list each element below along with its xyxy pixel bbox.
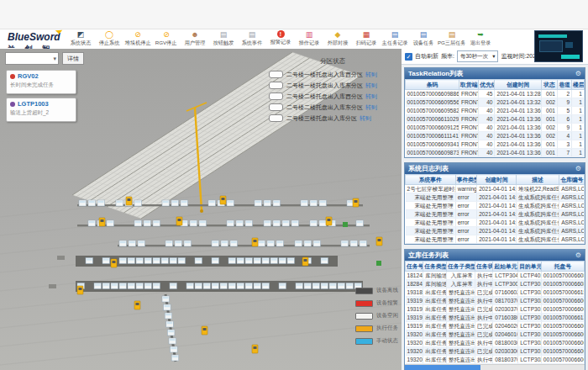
panel-table: 任务号任务类型任务子类型任务状态起始单元目的单元托盘号1812454库间输送任务… bbox=[405, 261, 585, 364]
table-row[interactable]: 00100570006609341256FRONT402021-04-01 13… bbox=[406, 140, 585, 149]
zone-goto-link[interactable]: 转到 bbox=[360, 114, 371, 123]
toolbar-item-system-status[interactable]: ◩系统状态 bbox=[66, 30, 95, 49]
auto-refresh-checkbox[interactable]: ✓ bbox=[405, 53, 412, 61]
column-header[interactable]: 楼层 bbox=[572, 80, 585, 90]
zone-toggle[interactable] bbox=[269, 71, 283, 78]
table-row[interactable]: 1931891出库任务整托直连出库已完成0716060208LCTP302000… bbox=[406, 288, 585, 297]
zone-row: 二号楼一楼托盘出入库西分区转到 bbox=[269, 69, 396, 80]
table-row[interactable]: 1932025出库任务整托直连出库已完成0204601062LCTP301600… bbox=[406, 330, 585, 339]
table-row[interactable]: 00100570006609556770FRONT402021-04-01 13… bbox=[406, 98, 585, 107]
column-header[interactable]: 系统事件 bbox=[406, 175, 456, 185]
table-row[interactable]: 00100570006611029457FRONT402021-04-01 13… bbox=[406, 115, 585, 124]
toolbar-item-user-management[interactable]: ☻用户管理 bbox=[181, 30, 209, 49]
zone-toggle[interactable] bbox=[269, 103, 283, 111]
toolbar-item-button-trigger[interactable]: ▤按钮触发 bbox=[209, 30, 238, 49]
system-status-icon: ◩ bbox=[77, 30, 85, 39]
column-header[interactable]: 事件类型 bbox=[455, 175, 477, 185]
toolbar-item-pg-tasks[interactable]: ▤PG三层任务 bbox=[438, 30, 466, 49]
device-alert-card[interactable]: RGV02长时间未完成任务 bbox=[6, 70, 76, 94]
table-row[interactable]: 00100570006609886219FRONT452021-04-01 13… bbox=[406, 90, 585, 98]
panel-title-bar: TaskRelation列表⚙ bbox=[405, 68, 585, 79]
table-row[interactable]: 00100570006611141140FRONT402021-04-01 13… bbox=[406, 132, 585, 140]
column-header[interactable]: 优先级 bbox=[479, 80, 495, 90]
zone-goto-link[interactable]: 转到 bbox=[365, 71, 377, 79]
scrollbar-thumb[interactable] bbox=[405, 365, 480, 370]
table-cell: 1931956 bbox=[406, 305, 423, 314]
toolbar-item-stacker-stop[interactable]: ⊘堆垛机停止 bbox=[123, 30, 152, 49]
table-row[interactable]: 00100570006609125123FRONT402021-04-01 13… bbox=[406, 124, 585, 132]
zone-toggle[interactable] bbox=[269, 82, 283, 89]
table-row[interactable]: 1931958出库任务整托直连出库执行中0716038042LCTP301800… bbox=[406, 314, 585, 322]
toolbar-item-stop-system[interactable]: ◯停止系统 bbox=[95, 30, 123, 49]
device-alert-card[interactable]: LGTP1003输送上货超时_2 bbox=[6, 98, 76, 122]
column-header[interactable]: 起始单元 bbox=[493, 262, 518, 272]
table-row[interactable]: 末端处无用整理error2021-04-01 14:03:56生成系统跨库任务请… bbox=[406, 219, 585, 227]
table-row[interactable]: 1932067出库任务整托直连出库执行中0818037032LCTP302000… bbox=[406, 356, 585, 364]
toolbar-item-logout[interactable]: ➥退出登录 bbox=[466, 30, 495, 49]
device-select[interactable]: ▾ bbox=[5, 52, 59, 65]
table-row[interactable]: 1932058出库任务整托直连出库执行中0818003032LCTP302000… bbox=[406, 339, 585, 347]
table-cell: 末端处无用整理 bbox=[406, 235, 456, 244]
legend-label: 设备离线 bbox=[376, 287, 398, 294]
table-cell: warning bbox=[455, 185, 477, 193]
table-row[interactable]: 末端处无用整理error2021-04-01 14:02:55生成系统跨库任务请… bbox=[406, 227, 585, 235]
zone-toggle[interactable] bbox=[269, 92, 283, 100]
table-header-row: 系统事件事件类型创建时间描述仓库编号 bbox=[406, 175, 585, 185]
gear-icon[interactable]: ⚙ bbox=[575, 251, 581, 259]
3d-viewport[interactable]: ▾ 详情 RGV02长时间未完成任务LGTP1003输送上货超时_2 分区状态 … bbox=[0, 49, 402, 370]
toolbar-item-scan-records[interactable]: ▦扫码记录 bbox=[352, 30, 381, 49]
table-cell: 0204602081 bbox=[493, 322, 518, 330]
table-cell: 生成系统跨库任务请求 bbox=[517, 227, 559, 235]
zone-goto-link[interactable]: 转到 bbox=[365, 103, 377, 112]
column-header[interactable]: 描述 bbox=[517, 175, 559, 185]
refresh-rate-select[interactable]: 每30秒一次 ▾ bbox=[457, 50, 499, 62]
table-row[interactable]: 末端处无用整理error2021-04-01 14:05:56生成系统跨库任务请… bbox=[406, 202, 585, 210]
overview-thumbnail[interactable] bbox=[534, 30, 583, 62]
table-row[interactable]: 1932050出库任务整托直连出库已完成0203030011LCTP301600… bbox=[406, 347, 585, 356]
column-header[interactable]: 任务状态 bbox=[475, 262, 493, 272]
table-row[interactable]: 2号七层穿梭车超时提醒:平滑失败warning2021-04-01 14:12:… bbox=[406, 185, 585, 193]
gear-icon[interactable]: ⚙ bbox=[575, 70, 581, 77]
column-header[interactable]: 目的单元 bbox=[518, 262, 542, 272]
column-header[interactable]: 创建时间 bbox=[477, 175, 517, 185]
stacker-stop-icon: ⊘ bbox=[134, 30, 141, 39]
column-header[interactable]: 创建时间 bbox=[495, 80, 541, 90]
table-row[interactable]: 末端处无用整理error2021-04-01 14:06:57生成系统跨库任务请… bbox=[406, 193, 585, 202]
table-row[interactable]: 末端处无用整理error2021-04-01 14:04:56生成系统跨库任务请… bbox=[406, 210, 585, 219]
table-row[interactable]: 1931960出库任务整托直连出库已完成0204602081LCTP301600… bbox=[406, 322, 585, 330]
column-header[interactable]: 任务子类型 bbox=[446, 262, 475, 272]
zone-goto-link[interactable]: 转到 bbox=[365, 92, 377, 101]
column-header[interactable]: 托盘号 bbox=[541, 262, 584, 272]
table-row[interactable]: 1812454库间输送任务入库异常执行中LCTP3049LCTP40110010… bbox=[406, 272, 585, 280]
toolbar-item-main-task-records[interactable]: ▤主任务记录 bbox=[381, 30, 409, 49]
zone-toggle[interactable] bbox=[269, 114, 283, 122]
column-header[interactable]: 仓库编号 bbox=[559, 175, 585, 185]
toolbar-item-rgv-stop[interactable]: ⊘RGV停止 bbox=[152, 30, 181, 49]
table-cell: 已完成 bbox=[475, 347, 493, 356]
table-cell: 2021-04-01 13:36:20 bbox=[495, 132, 541, 140]
table-cell: FRONT bbox=[459, 115, 478, 124]
table-row[interactable]: 00100570006609582162FRONT402021-04-01 13… bbox=[406, 107, 585, 115]
table-row[interactable]: 末端处无用整理error2021-04-01 14:01:55生成系统跨库任务请… bbox=[406, 235, 585, 244]
toolbar-item-operation-records[interactable]: ▥操作记录 bbox=[295, 30, 323, 49]
toolbar-item-system-events[interactable]: ▤系统事件 bbox=[238, 30, 266, 49]
button-trigger-icon: ▤ bbox=[220, 30, 228, 39]
table-row[interactable]: 1931956出库任务整托直连出库已完成0203037022LCTP301600… bbox=[406, 305, 585, 314]
detail-button[interactable]: 详情 bbox=[62, 52, 84, 65]
zone-goto-link[interactable]: 转到 bbox=[365, 82, 377, 90]
column-header[interactable]: 巷道 bbox=[558, 80, 572, 90]
column-header[interactable]: 任务号 bbox=[406, 262, 423, 272]
column-header[interactable]: 条码 bbox=[406, 80, 459, 90]
table-row[interactable]: 1931905出库任务整托直连出库执行中0817037061LCTP302000… bbox=[406, 297, 585, 305]
toolbar-item-alarm-records[interactable]: !报警记录 bbox=[266, 30, 295, 49]
column-header[interactable]: 任务类型 bbox=[423, 262, 447, 272]
table-row[interactable]: 1828411库间输送任务入库异常执行中LCTP3002LCTP30150010… bbox=[406, 280, 585, 288]
toolbar-item-device-tasks[interactable]: ▤设备任务 bbox=[409, 30, 438, 49]
horizontal-scrollbar[interactable] bbox=[405, 364, 585, 370]
gear-icon[interactable]: ⚙ bbox=[575, 165, 581, 172]
column-header[interactable]: 取货端 bbox=[459, 80, 478, 90]
column-header[interactable]: 状态 bbox=[541, 80, 557, 90]
toolbar-item-external-interface[interactable]: ◆外部对接 bbox=[323, 30, 352, 49]
table-cell: 00100570006606 bbox=[541, 339, 584, 347]
table-row[interactable]: 00100570006609873315FRONT402021-04-01 13… bbox=[406, 149, 585, 157]
